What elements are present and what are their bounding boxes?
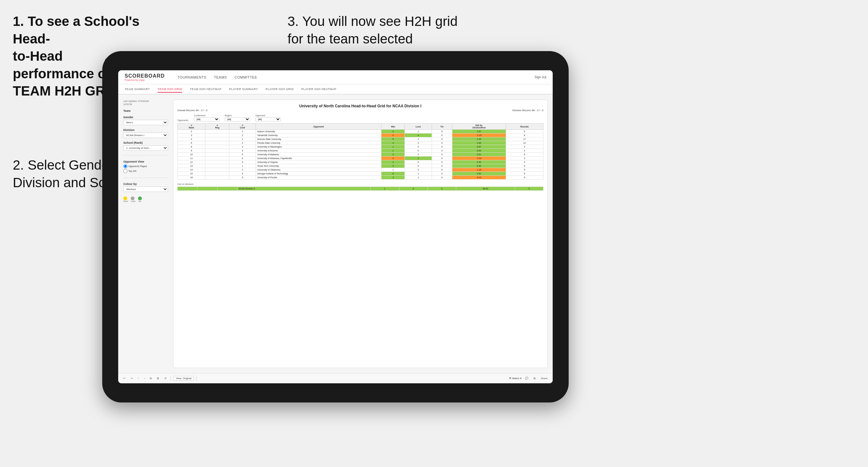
radio-opponents-played[interactable]: Opponents Played [123,164,168,168]
toolbar-watch[interactable]: 👁 Watch ▾ [509,377,521,380]
toolbar-copy[interactable]: ⧉ [149,376,153,381]
subnav-team-summary[interactable]: TEAM SUMMARY [125,86,150,92]
toolbar-grid-icon[interactable]: ⊞ [532,376,537,380]
region-filter-select[interactable]: (All) [225,117,250,121]
nav-teams[interactable]: TEAMS [214,75,227,79]
cell-conf: 2 [229,141,255,145]
cell-tie: 0 [432,141,453,145]
out-win: 1 [371,187,399,191]
cell-diff: 1.67 [452,130,506,133]
conference-filter-group: Conference (All) [194,114,219,121]
cell-rank: 9 [178,149,206,153]
radio-top100-input[interactable] [123,169,127,173]
subnav-team-h2h-grid[interactable]: TEAM H2H GRID [157,86,182,93]
cell-loss: 0 [405,149,432,153]
cell-opponent: University of Florida [256,176,381,180]
cell-win: 0 [381,157,405,160]
logo-area: SCOREBOARD Powered by clippi [125,73,165,81]
conference-filter-select[interactable]: (All) [194,117,219,121]
subnav-team-h2h-heatmap[interactable]: TEAM H2H HEATMAP [190,86,221,92]
col-rounds: Rounds [506,124,543,130]
cell-win: 3 [381,153,405,157]
cell-loss: 1 [405,157,432,160]
tablet-frame: SCOREBOARD Powered by clippi TOURNAMENTS… [102,51,569,403]
out-rank [178,187,197,191]
cell-rank: 8 [178,145,206,149]
cell-win: 2 [381,130,405,133]
out-diff: 26.00 [456,187,515,191]
cell-tie: 0 [432,176,453,180]
table-header: #Rank #Reg #Conf Opponent Win Loss Tie D… [178,124,544,130]
cell-diff: 9.00 [452,149,506,153]
table-body: 2 1 Auburn University 2 1 0 1.67 9 3 2 V… [178,130,544,180]
cell-opponent: University of Virginia [256,160,381,164]
division-select[interactable]: NCAA Division I [123,132,168,138]
toolbar-nav-back[interactable]: ‹ [137,376,140,380]
toolbar-share[interactable]: Share [539,376,549,380]
cell-rounds: 12 [506,141,543,145]
sign-out-text: Sign out [534,75,546,79]
out-conf [217,187,237,191]
cell-rounds: 9 [506,176,543,180]
nav-tournaments[interactable]: TOURNAMENTS [178,75,206,79]
cell-conf: 6 [229,157,255,160]
toolbar-nav-fwd[interactable]: › [143,376,146,380]
subnav-player-summary[interactable]: PLAYER SUMMARY [229,86,258,92]
toolbar-undo[interactable]: ↩ [122,376,127,380]
out-division-label: Out of division [177,183,544,186]
radio-top100[interactable]: Top 100 [123,169,168,173]
cell-rounds: 3 [506,160,543,164]
cell-reg [206,133,229,137]
cell-loss: 1 [405,176,432,180]
col-rank: #Rank [178,124,206,130]
subnav-player-h2h-grid[interactable]: PLAYER H2H GRID [266,86,293,92]
cell-opponent: Auburn University [256,130,381,133]
col-opponent: Opponent [256,124,381,130]
cell-rounds: 3 [506,145,543,149]
cell-opponent: University of Oklahoma [256,168,381,172]
school-select[interactable]: 1. University of Nort... [123,145,168,151]
opponent-view-label: Opponent View [123,160,168,163]
cell-reg [206,137,229,141]
nav-committee[interactable]: COMMITTEE [235,75,257,79]
toolbar-view-button[interactable]: View: Original [174,376,194,381]
table-row: 16 3 University of Florida 3 1 0 -6.42 9 [178,176,544,180]
overall-record: Overall Record: 89 - 17 - 0 [177,109,207,112]
division-section: Division NCAA Division I [123,128,168,138]
subnav-player-h2h-heatmap[interactable]: PLAYER H2H HEATMAP [301,86,336,92]
cell-rank: 6 [178,141,206,145]
division-record: Division Record: 88 - 17 - 0 [513,109,544,112]
radio-opponents-played-input[interactable] [123,164,127,168]
toolbar-right: 👁 Watch ▾ 💬 ⊞ Share [509,376,549,380]
legend-label-up: Up [138,200,142,202]
conference-filter-label: Conference [194,114,219,117]
opponent-filter-select[interactable]: (All) [255,117,281,121]
toolbar-clock[interactable]: ⏱ [163,376,168,380]
legend-dot-down [123,196,127,200]
cell-loss: 1 [405,130,432,133]
out-division-row: NCAA Division II 1 0 0 26.00 3 [178,187,544,191]
cell-rounds: 8 [506,133,543,137]
tablet-screen: SCOREBOARD Powered by clippi TOURNAMENTS… [118,70,553,383]
cell-win: 3 [381,164,405,168]
cell-win: 0 [381,133,405,137]
cell-tie: 0 [432,137,453,141]
sign-out-link[interactable]: Sign out [534,75,546,79]
colour-by-select[interactable]: Win/loss [123,187,168,192]
cell-tie: 0 [432,130,453,133]
toolbar-redo[interactable]: ↪ [129,376,134,380]
main-content: Last Updated: 27/03/2024 16:55:38 Team G… [118,95,553,373]
cell-tie: 0 [432,172,453,176]
table-row: 13 1 Texas Tech University 3 0 0 5.56 9 [178,164,544,168]
cell-diff: 2.29 [452,137,506,141]
cell-conf: 1 [229,130,255,133]
radio-opponents-played-label: Opponents Played [128,165,147,167]
toolbar-paste[interactable]: ⊞ [156,376,160,380]
cell-reg [206,157,229,160]
out-name: NCAA Division II [237,187,371,191]
toolbar-comment[interactable]: 💬 [524,376,530,380]
gender-select[interactable]: Men's [123,120,168,125]
opponent-filter-group: Opponent (All) [255,114,281,121]
annotation-1-line1: 1. To see a School's Head- [13,14,140,46]
cell-conf: 3 [229,176,255,180]
